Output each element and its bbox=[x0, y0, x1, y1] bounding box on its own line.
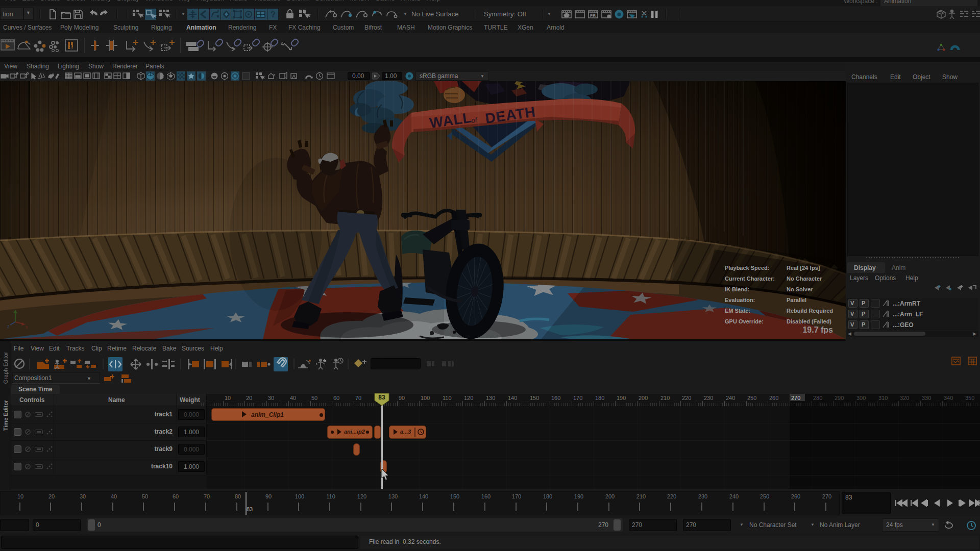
svg-text:x: x bbox=[26, 324, 28, 329]
svg-text:PR: PR bbox=[590, 13, 596, 18]
svg-text:z: z bbox=[7, 324, 10, 329]
svg-text:?: ? bbox=[271, 10, 276, 19]
